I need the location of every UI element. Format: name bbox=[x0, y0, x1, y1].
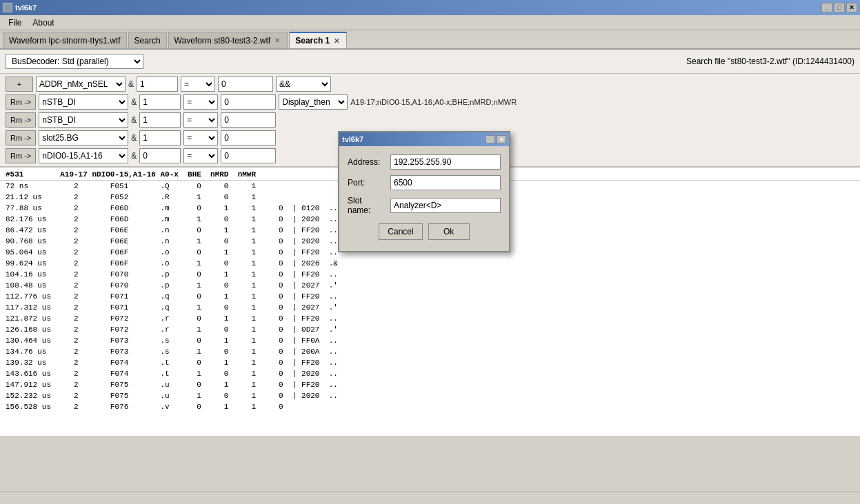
filter-signal-4[interactable]: slot25.BG bbox=[39, 130, 128, 145]
tab-waveform-st80[interactable]: Waveform st80-test3-2.wtf ✕ bbox=[168, 32, 288, 48]
modal-port-row: Port: bbox=[348, 175, 501, 190]
filter-signal-2[interactable]: nSTB_DI bbox=[39, 94, 128, 110]
data-row: 126.168 us 2 F072 .r 1 0 1 0 | 0D27 .' bbox=[0, 324, 860, 335]
tab-label: Search 1 bbox=[295, 36, 330, 46]
filter-val2-4[interactable] bbox=[221, 130, 276, 145]
filter-row-3: Rm -> nSTB_DI & = bbox=[6, 112, 854, 128]
filter-amp-3: & bbox=[131, 115, 137, 125]
filter-amp-1: & bbox=[128, 79, 134, 89]
menu-bar: File About bbox=[0, 15, 860, 30]
bottom-bar bbox=[0, 492, 860, 504]
minimize-button[interactable]: _ bbox=[821, 3, 832, 12]
modal-dialog: tvl6k7 _ ✕ Address: Port: Slot name: Can… bbox=[338, 131, 510, 252]
modal-slot-row: Slot name: bbox=[348, 196, 501, 215]
filter-logic-1[interactable]: && bbox=[276, 77, 331, 92]
filter-val1-5[interactable] bbox=[139, 148, 181, 163]
modal-minimize-button[interactable]: _ bbox=[486, 135, 495, 143]
app-title: tvl6k7 bbox=[15, 3, 37, 12]
tab-search1[interactable]: Search 1 ✕ bbox=[289, 32, 347, 48]
data-row: 117.312 us 2 F071 .q 1 0 1 0 | 2027 .' bbox=[0, 302, 860, 313]
modal-ok-button[interactable]: Ok bbox=[428, 223, 470, 240]
data-row: 147.912 us 2 F075 .u 0 1 1 0 | FF20 .. bbox=[0, 379, 860, 390]
modal-address-label: Address: bbox=[348, 157, 385, 167]
menu-file[interactable]: File bbox=[3, 17, 27, 29]
filter-val2-3[interactable] bbox=[221, 112, 276, 128]
filter-extra-2: A19-17;nDIO0-15,A1-16;A0-x;BHE;nMRD;nMWR bbox=[350, 98, 517, 106]
filter-eq-4[interactable]: = bbox=[183, 130, 218, 145]
modal-title-bar: tvl6k7 _ ✕ bbox=[339, 132, 509, 146]
tab-label: Waveform st80-test3-2.wtf bbox=[174, 36, 271, 46]
filter-signal-5[interactable]: nDIO0-15,A1-16 bbox=[39, 148, 128, 163]
data-row: 139.32 us 2 F074 .t 0 1 1 0 | FF20 .. bbox=[0, 357, 860, 368]
modal-buttons: Cancel Ok bbox=[348, 221, 501, 245]
filter-val1-2[interactable] bbox=[139, 94, 181, 110]
close-button[interactable]: ✕ bbox=[846, 3, 857, 12]
tab-waveform-lpc[interactable]: Waveform lpc-stnorm-ttys1.wtf bbox=[3, 32, 127, 48]
filter-amp-5: & bbox=[131, 151, 137, 161]
data-row: 121.872 us 2 F072 .r 0 1 1 0 | FF20 .. bbox=[0, 313, 860, 324]
filter-eq-5[interactable]: = bbox=[183, 148, 218, 163]
filter-val1-3[interactable] bbox=[139, 112, 181, 128]
menu-about[interactable]: About bbox=[27, 17, 59, 29]
modal-port-input[interactable] bbox=[390, 175, 501, 190]
data-row: 134.76 us 2 F073 .s 1 0 1 0 | 200A .. bbox=[0, 346, 860, 357]
filter-eq-2[interactable]: = bbox=[183, 94, 218, 110]
data-row: 152.232 us 2 F075 .u 1 0 1 0 | 2020 .. bbox=[0, 390, 860, 401]
data-row: 156.528 us 2 F076 .v 0 1 1 0 bbox=[0, 401, 860, 412]
filter-eq-1[interactable]: = bbox=[181, 77, 215, 92]
decoder-select[interactable]: BusDecoder: Std (parallel) bbox=[6, 54, 143, 69]
data-row: 108.48 us 2 F070 .p 1 0 1 0 | 2027 .' bbox=[0, 280, 860, 291]
title-bar: tvl6k7 _ □ ✕ bbox=[0, 0, 860, 15]
filter-val2-5[interactable] bbox=[221, 148, 276, 163]
modal-address-input[interactable] bbox=[390, 154, 501, 170]
data-row: 130.464 us 2 F073 .s 0 1 1 0 | FF0A .. bbox=[0, 335, 860, 346]
modal-cancel-button[interactable]: Cancel bbox=[379, 223, 422, 240]
filter-add-button[interactable]: + bbox=[6, 77, 33, 92]
filter-signal-1[interactable]: ADDR_nMx_nSEL bbox=[36, 77, 126, 92]
filter-val2-2[interactable] bbox=[221, 94, 276, 110]
modal-body: Address: Port: Slot name: Cancel Ok bbox=[339, 146, 509, 251]
filter-row-1: + ADDR_nMx_nSEL & = && bbox=[6, 77, 854, 92]
filter-val2-1[interactable] bbox=[218, 77, 273, 92]
toolbar: BusDecoder: Std (parallel) Search file "… bbox=[0, 50, 860, 74]
filter-amp-4: & bbox=[131, 133, 137, 143]
data-row: 143.616 us 2 F074 .t 1 0 1 0 | 2020 .. bbox=[0, 368, 860, 379]
filter-row-2: Rm -> nSTB_DI & = Display_then A19-17;nD… bbox=[6, 94, 854, 110]
filter-val1-1[interactable] bbox=[137, 77, 178, 92]
tab-search[interactable]: Search bbox=[128, 32, 167, 48]
filter-rm-button-4[interactable]: Rm -> bbox=[6, 130, 36, 145]
app-icon bbox=[3, 3, 12, 12]
filter-rm-button-2[interactable]: Rm -> bbox=[6, 94, 36, 110]
filter-rm-button-3[interactable]: Rm -> bbox=[6, 112, 36, 128]
filter-eq-3[interactable]: = bbox=[183, 112, 218, 128]
modal-port-label: Port: bbox=[348, 178, 385, 188]
status-text: Search file "st80-test3-2.wtf" (ID:12444… bbox=[148, 57, 854, 66]
filter-amp-2: & bbox=[131, 97, 137, 107]
modal-title: tvl6k7 bbox=[342, 135, 363, 143]
tab-close-waveform[interactable]: ✕ bbox=[273, 37, 281, 44]
data-row: 104.16 us 2 F070 .p 0 1 1 0 | FF20 .. bbox=[0, 269, 860, 280]
data-row: 99.624 us 2 F06F .o 1 0 1 0 | 2026 .& bbox=[0, 258, 860, 269]
data-row: 112.776 us 2 F071 .q 0 1 1 0 | FF20 .. bbox=[0, 291, 860, 302]
tab-close-search1[interactable]: ✕ bbox=[332, 37, 341, 45]
tab-label: Search bbox=[134, 36, 161, 46]
filter-signal-3[interactable]: nSTB_DI bbox=[39, 112, 128, 128]
tab-bar: Waveform lpc-stnorm-ttys1.wtf Search Wav… bbox=[0, 30, 860, 50]
filter-rm-button-5[interactable]: Rm -> bbox=[6, 148, 36, 163]
modal-address-row: Address: bbox=[348, 154, 501, 170]
filter-logic-2[interactable]: Display_then bbox=[279, 94, 348, 110]
modal-slot-input[interactable] bbox=[390, 198, 501, 213]
modal-slot-label: Slot name: bbox=[348, 196, 385, 215]
maximize-button[interactable]: □ bbox=[834, 3, 845, 12]
tab-label: Waveform lpc-stnorm-ttys1.wtf bbox=[9, 36, 121, 46]
modal-close-button[interactable]: ✕ bbox=[497, 135, 506, 143]
filter-val1-4[interactable] bbox=[139, 130, 181, 145]
